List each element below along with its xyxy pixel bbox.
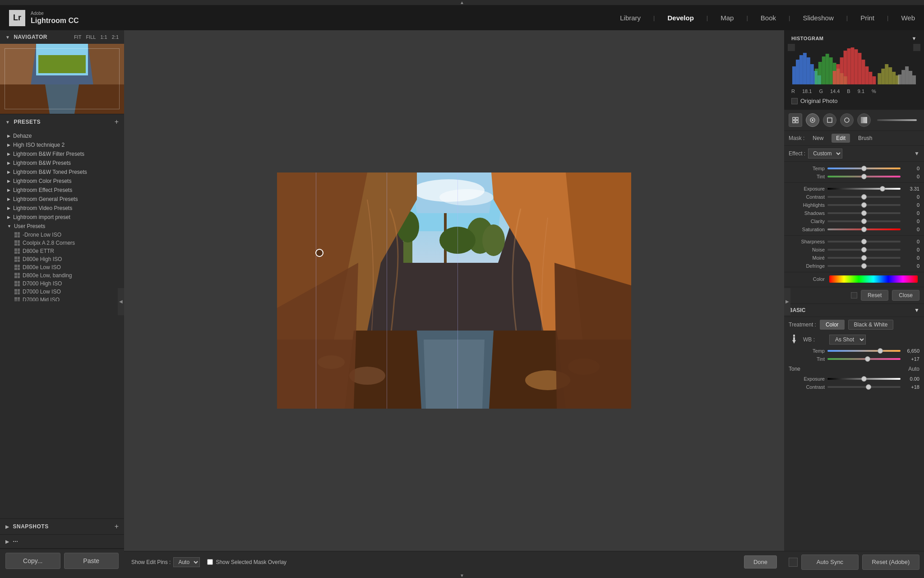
wb-select[interactable]: As Shot: [829, 335, 866, 345]
nav-print[interactable]: Print: [860, 14, 874, 22]
effect-select[interactable]: Custom: [808, 149, 842, 158]
photo-area[interactable]: [124, 30, 784, 551]
radial-pin[interactable]: [315, 249, 323, 257]
nav-fit-btn[interactable]: FIT: [74, 34, 82, 40]
preset-item-2[interactable]: D800e ETTR: [0, 247, 124, 255]
wb-temp-slider-thumb[interactable]: [878, 348, 883, 354]
highlights-slider-track[interactable]: [827, 204, 901, 206]
done-button[interactable]: Done: [744, 555, 777, 569]
exposure-slider-thumb[interactable]: [880, 186, 885, 191]
basic-exposure-slider-track[interactable]: [827, 378, 901, 380]
mask-new-btn[interactable]: New: [808, 134, 828, 143]
preset-group-import[interactable]: ▶ Lightroom import preset: [0, 213, 124, 222]
moire-slider-track[interactable]: [827, 257, 901, 259]
contrast-slider-thumb[interactable]: [861, 194, 867, 200]
wb-temp-slider-track[interactable]: [827, 350, 901, 352]
nav-ratio1-btn[interactable]: 1:1: [100, 34, 107, 40]
temp-slider-thumb[interactable]: [861, 166, 867, 171]
preset-item-5[interactable]: D800e Low, banding: [0, 271, 124, 280]
exposure-slider-track[interactable]: [827, 188, 901, 190]
mask-visibility-checkbox[interactable]: [851, 292, 857, 298]
preset-item-3[interactable]: D800e High ISO: [0, 255, 124, 263]
mask-edit-btn[interactable]: Edit: [832, 134, 850, 143]
preset-group-general[interactable]: ▶ Lightroom General Presets: [0, 195, 124, 204]
basic-contrast-slider-thumb[interactable]: [866, 384, 871, 390]
basic-contrast-slider-track[interactable]: [827, 386, 901, 388]
spot-heal-tool-btn[interactable]: [823, 113, 836, 127]
crop-tool-btn[interactable]: [806, 113, 819, 127]
copy-button[interactable]: Copy...: [5, 553, 60, 569]
preset-group-colorpresets[interactable]: ▶ Lightroom Color Presets: [0, 177, 124, 186]
highlights-slider-thumb[interactable]: [861, 202, 867, 208]
autosync-checkbox[interactable]: [789, 558, 798, 567]
contrast-slider-track[interactable]: [827, 196, 901, 198]
temp-slider-track[interactable]: [827, 168, 901, 169]
nav-library[interactable]: Library: [620, 14, 641, 22]
grid-tool-btn[interactable]: [789, 113, 802, 127]
shadows-slider-track[interactable]: [827, 212, 901, 214]
color-picker-bar[interactable]: [829, 275, 918, 283]
noise-slider-thumb[interactable]: [861, 247, 867, 252]
bw-treatment-btn[interactable]: Black & White: [848, 320, 894, 330]
preset-group-bwfilter[interactable]: ▶ Lightroom B&W Filter Presets: [0, 149, 124, 158]
basic-exposure-slider-thumb[interactable]: [861, 376, 867, 382]
left-side-arrow[interactable]: ◀: [118, 288, 124, 315]
navigator-header[interactable]: ▼ Navigator FIT FILL 1:1 2:1: [0, 30, 124, 44]
color-treatment-btn[interactable]: Color: [820, 320, 845, 330]
preset-group-highiso2[interactable]: ▶ High ISO technique 2: [0, 140, 124, 149]
preset-item-0[interactable]: -Drone Low ISO: [0, 231, 124, 239]
preset-group-bwtoned[interactable]: ▶ Lightroom B&W Toned Presets: [0, 168, 124, 177]
history-header[interactable]: ▶ ···: [0, 535, 124, 548]
nav-ratio2-btn[interactable]: 2:1: [112, 34, 119, 40]
saturation-slider-track[interactable]: [827, 228, 901, 230]
shadows-slider-thumb[interactable]: [861, 210, 867, 216]
sharpness-slider-thumb[interactable]: [861, 239, 867, 244]
paste-button[interactable]: Paste: [64, 553, 119, 569]
preset-group-dehaze[interactable]: ▶ Dehaze: [0, 131, 124, 140]
right-side-arrow[interactable]: ▶: [784, 288, 790, 315]
presets-add-btn[interactable]: +: [115, 118, 119, 126]
tint-slider-thumb[interactable]: [861, 174, 867, 179]
preset-group-video[interactable]: ▶ Lightroom Video Presets: [0, 204, 124, 213]
reset-button[interactable]: Reset: [861, 290, 888, 301]
show-mask-checkbox[interactable]: [207, 559, 213, 565]
red-eye-tool-btn[interactable]: [840, 113, 854, 127]
autosync-button[interactable]: Auto Sync: [801, 555, 859, 570]
nav-web[interactable]: Web: [901, 14, 915, 22]
clarity-slider-track[interactable]: [827, 220, 901, 222]
basic-panel-header[interactable]: Basic ▼: [784, 303, 924, 317]
histogram-arrow[interactable]: ▼: [912, 36, 917, 41]
snapshots-header[interactable]: ▶ Snapshots +: [0, 519, 124, 534]
close-button[interactable]: Close: [892, 290, 919, 301]
mask-brush-btn[interactable]: Brush: [854, 134, 877, 143]
defringe-slider-thumb[interactable]: [861, 263, 867, 269]
clarity-slider-thumb[interactable]: [861, 219, 867, 224]
preset-group-bwpresets[interactable]: ▶ Lightroom B&W Presets: [0, 158, 124, 168]
tone-auto-btn[interactable]: Auto: [908, 366, 919, 372]
original-photo-checkbox[interactable]: [791, 98, 798, 104]
preset-item-1[interactable]: Coolpix A 2.8 Corners: [0, 239, 124, 247]
wb-tint-slider-track[interactable]: [827, 358, 901, 360]
preset-item-8[interactable]: D7000 Mid ISO: [0, 296, 124, 301]
nav-slideshow[interactable]: Slideshow: [803, 14, 833, 22]
wb-tint-slider-thumb[interactable]: [865, 356, 870, 362]
sharpness-slider-track[interactable]: [827, 241, 901, 242]
nav-develop[interactable]: Develop: [668, 14, 694, 22]
bottom-panel-arrow[interactable]: ▼: [0, 573, 924, 578]
preset-item-4[interactable]: D800e Low ISO: [0, 263, 124, 271]
edit-pins-select[interactable]: Auto: [173, 557, 200, 567]
gradient-tool-btn[interactable]: [857, 113, 871, 127]
preset-group-user[interactable]: ▼ User Presets: [0, 222, 124, 231]
moire-slider-thumb[interactable]: [861, 255, 867, 261]
navigator-thumbnail[interactable]: [0, 44, 124, 114]
snapshots-add-btn[interactable]: +: [115, 522, 119, 531]
preset-item-6[interactable]: D7000 High ISO: [0, 280, 124, 288]
preset-item-7[interactable]: D7000 Low ISO: [0, 288, 124, 296]
nav-book[interactable]: Book: [761, 14, 776, 22]
reset-adobe-button[interactable]: Reset (Adobe): [862, 555, 919, 570]
nav-fill-btn[interactable]: FILL: [86, 34, 96, 40]
top-panel-arrow[interactable]: ▲: [0, 0, 924, 5]
noise-slider-track[interactable]: [827, 249, 901, 251]
tint-slider-track[interactable]: [827, 176, 901, 177]
preset-group-effect[interactable]: ▶ Lightroom Effect Presets: [0, 186, 124, 195]
